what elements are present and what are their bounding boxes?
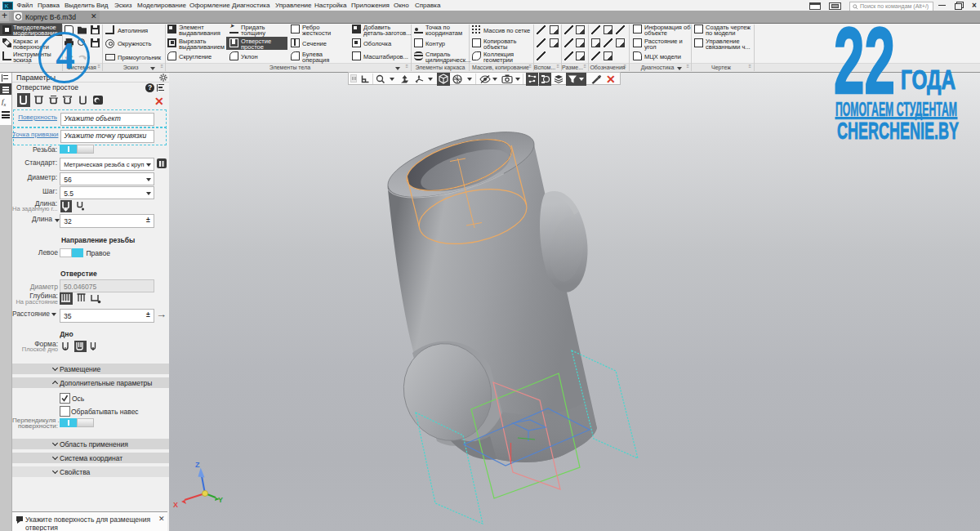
svg-text:X: X: [173, 501, 178, 509]
svg-text:ГОДА: ГОДА: [901, 65, 956, 95]
svg-text:CHERCHENIE.BY: CHERCHENIE.BY: [837, 117, 959, 144]
svg-text:Z: Z: [195, 461, 200, 469]
svg-text:Y: Y: [218, 496, 223, 504]
